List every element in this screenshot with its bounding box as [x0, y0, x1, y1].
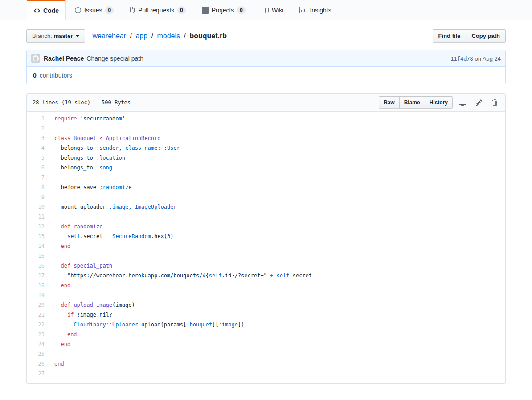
code-line: 18 end	[27, 280, 505, 290]
line-number[interactable]: 5	[27, 153, 49, 163]
line-number[interactable]: 27	[27, 369, 49, 379]
project-icon	[202, 7, 209, 14]
code-text: require 'securerandom'	[49, 114, 125, 124]
code-text: class Bouquet < ApplicationRecord	[49, 133, 160, 143]
find-file-button[interactable]: Find file	[433, 29, 467, 43]
code-line: 27	[27, 369, 505, 379]
breadcrumb-dir-app-link[interactable]: app	[135, 32, 147, 40]
commit-sha-link[interactable]: 11f4d78	[450, 56, 473, 62]
tab-pull-requests[interactable]: Pull requests 0	[123, 0, 193, 20]
commit-message[interactable]: Change special path	[86, 55, 143, 62]
code-text: if !image.nil?	[49, 310, 112, 320]
code-line: 4 belongs_to :sender, class_name: :User	[27, 143, 505, 153]
raw-button[interactable]: Raw	[379, 96, 400, 109]
line-number[interactable]: 8	[27, 182, 49, 192]
tab-label: Issues	[84, 7, 102, 14]
line-number[interactable]: 1	[27, 114, 49, 124]
book-icon	[262, 7, 269, 14]
line-number[interactable]: 16	[27, 261, 49, 271]
pull-requests-count-badge: 0	[177, 6, 186, 14]
edit-file-button[interactable]	[472, 97, 486, 108]
tab-insights[interactable]: Insights	[292, 0, 338, 20]
history-button[interactable]: History	[425, 96, 453, 109]
code-line: 24 end	[27, 339, 505, 349]
breadcrumb: wearehear / app / models / bouquet.rb	[92, 32, 227, 40]
line-number[interactable]: 25	[27, 349, 49, 359]
file-navigation: Branch: master wearehear / app / models …	[0, 20, 532, 50]
line-number[interactable]: 21	[27, 310, 49, 320]
code-line: 16 def special_path	[27, 261, 505, 271]
line-number[interactable]: 19	[27, 290, 49, 300]
code-line: 3class Bouquet < ApplicationRecord	[27, 133, 505, 143]
line-number[interactable]: 20	[27, 300, 49, 310]
tab-code[interactable]: Code	[27, 0, 66, 20]
issues-count-badge: 0	[105, 6, 114, 14]
code-line: 7	[27, 173, 505, 182]
delete-file-button[interactable]	[488, 97, 501, 108]
code-text	[49, 124, 54, 133]
line-number[interactable]: 12	[27, 222, 49, 231]
line-number[interactable]: 9	[27, 192, 49, 202]
contributors-link[interactable]: 0 contributors	[27, 66, 505, 84]
code-icon	[34, 7, 40, 14]
tab-wiki[interactable]: Wiki	[254, 0, 291, 20]
issue-opened-icon	[75, 7, 81, 14]
code-line: 21 if !image.nil?	[27, 310, 505, 320]
code-line: 25	[27, 349, 505, 359]
code-line: 15	[27, 251, 505, 261]
code-text	[49, 251, 54, 261]
file-info-divider	[96, 99, 96, 107]
open-in-desktop-button[interactable]	[455, 97, 470, 108]
copy-path-button[interactable]: Copy path	[466, 29, 506, 43]
code-text: mount_uploader :image, ImageUploader	[49, 202, 177, 212]
tab-issues[interactable]: Issues 0	[68, 0, 121, 20]
projects-count-badge: 0	[237, 6, 246, 14]
line-number[interactable]: 17	[27, 271, 49, 280]
line-number[interactable]: 7	[27, 173, 49, 182]
blame-button[interactable]: Blame	[399, 96, 425, 109]
line-number[interactable]: 6	[27, 163, 49, 173]
trash-icon	[492, 99, 497, 106]
breadcrumb-dir-models-link[interactable]: models	[157, 32, 180, 40]
tab-label: Pull requests	[138, 7, 174, 14]
file-actions-group: Find file Copy path	[433, 29, 506, 43]
line-number[interactable]: 24	[27, 339, 49, 349]
code-line: 22 Cloudinary::Uploader.upload(params[:b…	[27, 320, 505, 330]
line-number[interactable]: 18	[27, 280, 49, 290]
commit-tease: Rachel Peace Change special path 11f4d78…	[26, 50, 506, 84]
code-line: 6 belongs_to :song	[27, 163, 505, 173]
graph-icon	[299, 7, 307, 14]
line-number[interactable]: 10	[27, 202, 49, 212]
blob-actions: Raw Blame History	[379, 96, 501, 109]
code-text: end	[49, 339, 70, 349]
tab-projects[interactable]: Projects 0	[195, 0, 253, 20]
file-lines-info: 28 lines (19 sloc)	[33, 99, 90, 106]
desktop-icon	[459, 99, 466, 106]
line-number[interactable]: 4	[27, 143, 49, 153]
raw-blame-history-group: Raw Blame History	[379, 96, 453, 109]
code-text	[49, 349, 54, 359]
file-size: 500 Bytes	[102, 99, 131, 106]
code-text	[49, 192, 54, 202]
line-number[interactable]: 14	[27, 241, 49, 251]
commit-author[interactable]: Rachel Peace	[44, 55, 84, 62]
avatar[interactable]	[31, 54, 40, 63]
line-number[interactable]: 22	[27, 320, 49, 330]
line-number[interactable]: 26	[27, 359, 49, 369]
line-number[interactable]: 23	[27, 330, 49, 339]
breadcrumb-repo-link[interactable]: wearehear	[92, 32, 126, 40]
line-number[interactable]: 2	[27, 124, 49, 133]
file-header: 28 lines (19 sloc) 500 Bytes Raw Blame H…	[27, 94, 505, 112]
code-text: before_save :randomize	[49, 182, 131, 192]
code-text: "https://wearehear.herokuapp.com/bouquet…	[49, 271, 312, 280]
line-number[interactable]: 15	[27, 251, 49, 261]
file-blob: 28 lines (19 sloc) 500 Bytes Raw Blame H…	[26, 93, 506, 384]
line-number[interactable]: 13	[27, 231, 49, 241]
line-number[interactable]: 3	[27, 133, 49, 143]
breadcrumb-separator: /	[151, 32, 153, 40]
branch-selector[interactable]: Branch: master	[26, 29, 85, 43]
line-number[interactable]: 11	[27, 212, 49, 222]
code-text: end	[49, 280, 70, 290]
code-line: 1require 'securerandom'	[27, 114, 505, 124]
code-text: def upload_image(image)	[49, 300, 135, 310]
